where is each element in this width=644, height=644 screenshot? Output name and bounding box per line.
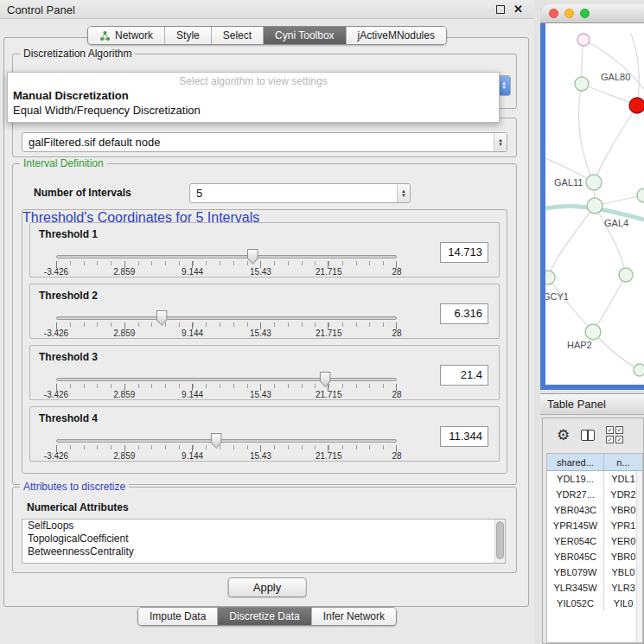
network-node[interactable] (577, 34, 590, 46)
table-row[interactable]: YLR345W YLR3 (547, 580, 642, 596)
tick-label: 21.715 (316, 328, 342, 338)
tab-select[interactable]: Select (211, 27, 263, 44)
combo-value: galFiltered.sif default node (29, 136, 160, 149)
list-item[interactable]: TopologicalCoefficient (22, 532, 505, 545)
scrollbar-thumb[interactable] (496, 521, 504, 559)
column-header-shared-name[interactable]: shared... (547, 454, 604, 470)
popup-option-manual-discretization[interactable]: Manual Discretization (8, 88, 499, 103)
column-header-name[interactable]: n... (604, 454, 642, 470)
network-node[interactable] (634, 364, 644, 376)
window-minimize-light[interactable] (564, 9, 574, 18)
group-legend: Interval Definition (20, 157, 107, 169)
attributes-list[interactable]: SelfLoops TopologicalCoefficient Between… (22, 519, 506, 564)
table-row[interactable]: YPR145W YPR1 (547, 518, 642, 533)
network-window-titlebar[interactable] (540, 4, 644, 23)
tick-label: 9.144 (182, 390, 203, 399)
network-node-gcy1[interactable] (545, 271, 555, 284)
tab-label: Discretize Data (229, 610, 299, 622)
bottom-tabbar: Impute Data Discretize Data Infer Networ… (0, 607, 534, 626)
node-label: GAL11 (554, 177, 583, 188)
table-row[interactable]: YIL052C YIL0 (547, 596, 642, 611)
apply-button[interactable]: Apply (228, 577, 307, 597)
float-window-icon[interactable] (496, 5, 505, 14)
close-icon[interactable]: ✕ (513, 3, 523, 16)
tab-jactivemnodules[interactable]: jActiveMNodules (346, 27, 446, 44)
table-row[interactable]: YDR27... YDR2 (547, 487, 642, 502)
table-data-group: Table Data galFiltered.sif default node … (12, 118, 517, 157)
tab-cyni-toolbox[interactable]: Cyni Toolbox (263, 27, 345, 44)
network-edge (631, 34, 639, 105)
network-node[interactable] (637, 188, 644, 202)
table-row[interactable]: YBL079W YBL0 (547, 564, 642, 580)
algorithm-dropdown-popup: Select algorithm to view settings Manual… (7, 72, 500, 123)
network-node-gal11[interactable] (586, 175, 602, 190)
network-node-hap2[interactable] (585, 324, 601, 340)
list-item[interactable]: SelfLoops (22, 520, 505, 532)
node-label: GAL4 (604, 218, 628, 228)
tab-impute-data[interactable]: Impute Data (138, 608, 217, 625)
tab-discretize-data[interactable]: Discretize Data (217, 608, 310, 625)
threshold-3-slider[interactable]: -3.426 2.859 9.144 15.43 21.715 28 (56, 373, 397, 399)
columns-icon[interactable] (581, 430, 595, 441)
popup-option-equal-width[interactable]: Equal Width/Frequency Discretization (8, 103, 499, 118)
network-edge (593, 332, 640, 370)
table-row[interactable]: YER054C YER0 (547, 533, 642, 549)
network-node-gal4[interactable] (587, 198, 603, 214)
network-edge (548, 277, 593, 332)
tick-label: -3.426 (44, 451, 68, 461)
network-node[interactable] (619, 268, 633, 282)
threshold-2-value-field[interactable]: 6.316 (440, 303, 488, 324)
window-close-light[interactable] (549, 9, 558, 18)
network-node-gal80[interactable] (575, 77, 589, 91)
tick-label: 28 (392, 390, 401, 399)
slider-track[interactable] (56, 316, 397, 320)
network-edge (582, 84, 637, 105)
network-node-selected[interactable] (629, 98, 644, 113)
top-tabbar: Network Style Select Cyni Toolbox jActiv… (0, 26, 534, 45)
tab-infer-network[interactable]: Infer Network (311, 608, 396, 625)
select-columns-icon[interactable]: ✓ ✓ ✓ ✓ (606, 426, 623, 443)
popup-hint: Select algorithm to view settings (8, 75, 499, 88)
threshold-1-slider[interactable]: -3.426 2.859 9.144 15.43 21.715 28 (56, 251, 397, 277)
node-label: GCY1 (545, 291, 569, 302)
gear-icon[interactable]: ⚙ (557, 428, 570, 443)
window-zoom-light[interactable] (580, 9, 590, 18)
table-row[interactable]: YBR043C YBR0 (547, 502, 642, 518)
tab-network[interactable]: Network (88, 27, 164, 44)
tick-label: 28 (392, 267, 401, 277)
slider-track[interactable] (56, 255, 397, 258)
table-row[interactable]: YDL19... YDL1 (547, 471, 642, 487)
slider-track[interactable] (56, 378, 397, 381)
list-item[interactable]: BetweennessCentrality (22, 545, 505, 558)
checkbox-icon: ✓ (606, 436, 614, 443)
panel-title: Control Panel (7, 3, 75, 16)
number-of-intervals-combobox[interactable]: 5 ▲▼ (189, 183, 411, 203)
network-canvas[interactable]: GAL80 GAL11 GAL4 GCY1 HAP2 (545, 23, 644, 385)
tick-label: 2.859 (113, 328, 135, 338)
threshold-4-value-field[interactable]: 11.344 (440, 426, 488, 447)
combo-stepper-icon: ▲▼ (494, 133, 507, 151)
slider-track[interactable] (56, 439, 397, 443)
threshold-3-value-field[interactable]: 21.4 (440, 365, 488, 386)
tick-label: 28 (392, 328, 401, 338)
screen: Control Panel ✕ Network (0, 0, 644, 644)
table-panel-header: Table Panel (540, 393, 644, 415)
table-data-combobox[interactable]: galFiltered.sif default node ▲▼ (22, 132, 507, 152)
tick-label: 15.43 (250, 390, 271, 399)
table-row[interactable]: YBR045C YBR0 (547, 549, 642, 564)
tick-label: 9.144 (182, 328, 203, 338)
threshold-2-slider[interactable]: -3.426 2.859 9.144 15.43 21.715 28 (56, 312, 397, 338)
threshold-4-panel: Threshold 4 -3.426 2.859 9.144 15.43 (29, 406, 500, 462)
tick-label: 21.715 (316, 267, 342, 277)
list-scrollbar[interactable] (494, 520, 505, 563)
tab-style[interactable]: Style (164, 27, 211, 44)
threshold-4-slider[interactable]: -3.426 2.859 9.144 15.43 21.715 28 (56, 435, 397, 461)
threshold-1-panel: Threshold 1 -3.426 2.859 9.144 15.43 (29, 222, 500, 277)
tick-label: 2.859 (113, 451, 135, 461)
table-vertical-scrollbar[interactable] (636, 471, 642, 642)
threshold-1-value-field[interactable]: 14.713 (440, 242, 488, 263)
attributes-group: Attributes to discretize Numerical Attri… (12, 487, 517, 573)
checkbox-icon: ✓ (615, 436, 623, 443)
slider-tick-labels: -3.426 2.859 9.144 15.43 21.715 28 (56, 390, 397, 400)
group-legend: Discretization Algorithm (20, 48, 135, 60)
